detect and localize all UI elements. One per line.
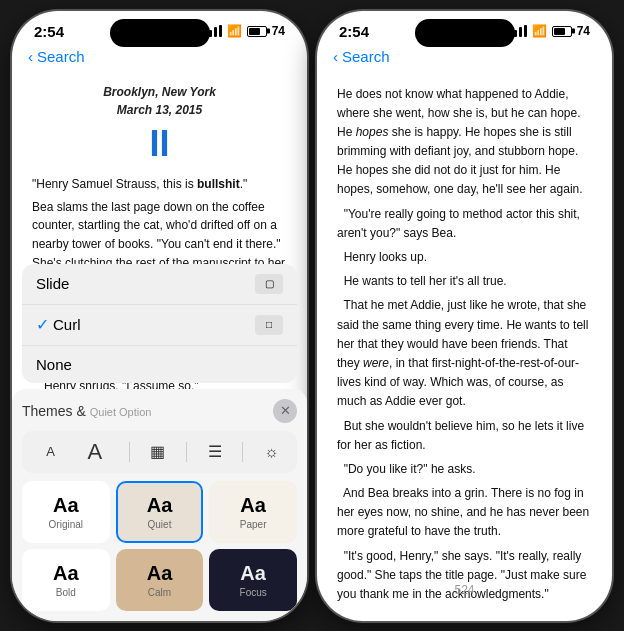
theme-quiet-aa: Aa [147,494,173,517]
divider-3 [242,442,243,462]
transition-options: Slide ▢ ✓ Curl □ None [22,264,297,383]
wifi-icon-right: 📶 [532,24,547,38]
theme-bold[interactable]: Aa Bold [22,549,110,611]
r-para-1: He does not know what happened to Addie,… [337,85,592,200]
divider-1 [129,442,130,462]
phones-container: 2:54 📶 74 ‹ Search [12,11,612,621]
para-1: "Henry Samuel Strauss, this is bullshit.… [32,175,287,194]
r-para-5: That he met Addie, just like he wrote, t… [337,296,592,411]
dynamic-island [110,19,210,47]
brightness-button[interactable]: ☼ [264,443,279,461]
font-style-button[interactable]: ▦ [150,442,165,461]
curl-icon: □ [255,315,283,335]
r-para-4: He wants to tell her it's all true. [337,272,592,291]
back-label-right: Search [342,48,390,65]
left-phone: 2:54 📶 74 ‹ Search [12,11,307,621]
font-decrease-button[interactable]: A [40,442,61,461]
theme-original-name: Original [49,519,83,530]
battery-pct-right: 74 [577,24,590,38]
transition-none[interactable]: None [22,346,297,383]
theme-bold-name: Bold [56,587,76,598]
themes-title: Themes & Quiet Option [22,403,151,419]
theme-calm[interactable]: Aa Calm [116,549,204,611]
status-icons-right: 📶 74 [509,24,590,38]
book-location: Brooklyn, New York [32,83,287,102]
r-para-6: But she wouldn't believe him, so he lets… [337,417,592,455]
chevron-left-icon: ‹ [28,48,33,65]
theme-calm-aa: Aa [147,562,173,585]
slide-icon: ▢ [255,274,283,294]
format-row: A A ▦ ☰ ☼ [22,431,297,473]
curl-label: Curl [53,316,255,333]
slide-label: Slide [36,275,255,292]
right-phone: 2:54 📶 74 ‹ Search [317,11,612,621]
theme-focus[interactable]: Aa Focus [209,549,297,611]
theme-focus-name: Focus [240,587,267,598]
r-para-7: "Do you like it?" he asks. [337,460,592,479]
theme-original[interactable]: Aa Original [22,481,110,543]
check-icon: ✓ [36,315,49,334]
themes-bar: Themes & Quiet Option ✕ A A ▦ ☰ ☼ [12,389,307,621]
theme-paper-name: Paper [240,519,267,530]
back-button-left[interactable]: ‹ Search [28,48,85,65]
wifi-icon: 📶 [227,24,242,38]
none-label: None [36,356,283,373]
themes-header: Themes & Quiet Option ✕ [22,399,297,423]
theme-original-aa: Aa [53,494,79,517]
transition-curl[interactable]: ✓ Curl □ [22,305,297,346]
book-date: March 13, 2015 [32,101,287,120]
transition-slide[interactable]: Slide ▢ [22,264,297,305]
font-increase-button[interactable]: A [82,437,109,467]
book-chapter: II [32,124,287,164]
layout-button[interactable]: ☰ [208,442,222,461]
theme-calm-name: Calm [148,587,171,598]
theme-grid: Aa Original Aa Quiet Aa Paper Aa Bold [22,481,297,621]
theme-bold-aa: Aa [53,562,79,585]
overlay-panel: Slide ▢ ✓ Curl □ None [12,264,307,621]
time-right: 2:54 [339,23,369,40]
r-para-3: Henry looks up. [337,248,592,267]
page-number: 524 [317,579,612,601]
theme-quiet[interactable]: Aa Quiet [116,481,204,543]
nav-bar-right: ‹ Search [317,44,612,73]
dynamic-island-right [415,19,515,47]
nav-bar-left: ‹ Search [12,44,307,73]
time-left: 2:54 [34,23,64,40]
book-title-area: Brooklyn, New York March 13, 2015 II [32,83,287,164]
r-para-8: And Bea breaks into a grin. There is no … [337,484,592,542]
back-label-left: Search [37,48,85,65]
divider-2 [186,442,187,462]
theme-quiet-name: Quiet [148,519,172,530]
theme-paper[interactable]: Aa Paper [209,481,297,543]
theme-paper-aa: Aa [240,494,266,517]
r-para-2: "You're really going to method actor thi… [337,205,592,243]
back-button-right[interactable]: ‹ Search [333,48,390,65]
theme-focus-aa: Aa [240,562,266,585]
battery-icon [247,26,267,37]
close-button[interactable]: ✕ [273,399,297,423]
reading-content[interactable]: He does not know what happened to Addie,… [317,73,612,603]
chevron-left-icon-right: ‹ [333,48,338,65]
battery-pct-left: 74 [272,24,285,38]
battery-icon-right [552,26,572,37]
status-icons-left: 📶 74 [204,24,285,38]
